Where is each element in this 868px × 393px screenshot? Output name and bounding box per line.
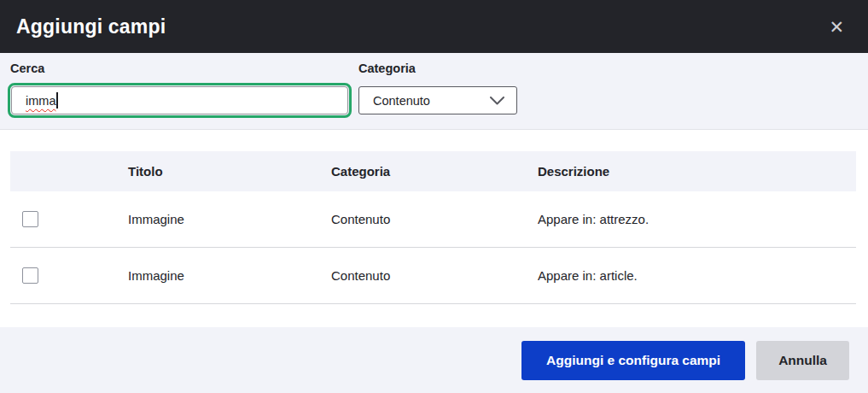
- row-checkbox[interactable]: [22, 211, 38, 227]
- cell-category: Contenuto: [331, 212, 538, 226]
- add-fields-dialog: Aggiungi campi ✕ Cerca imma Categoria Co…: [0, 0, 868, 304]
- search-field-group: Cerca imma: [10, 62, 347, 114]
- search-input-value: imma: [26, 94, 55, 108]
- table-header-row: Titolo Categoria Descrizione: [10, 151, 856, 191]
- row-checkbox[interactable]: [22, 267, 38, 284]
- cancel-button[interactable]: Annulla: [756, 341, 849, 380]
- header-category: Categoria: [331, 164, 538, 179]
- cell-category: Contenuto: [331, 268, 538, 283]
- text-caret: [56, 92, 58, 109]
- chevron-down-icon: [490, 97, 504, 105]
- checkbox-cell: [10, 211, 128, 227]
- header-title: Titolo: [128, 164, 331, 179]
- category-select[interactable]: Contenuto: [358, 86, 517, 114]
- category-selected-value: Contenuto: [373, 94, 430, 108]
- cell-title: Immagine: [128, 268, 331, 283]
- category-field-group: Categoria Contenuto: [358, 62, 517, 114]
- fields-table: Titolo Categoria Descrizione Immagine Co…: [10, 151, 856, 304]
- close-icon[interactable]: ✕: [824, 15, 849, 39]
- dialog-title: Aggiungi campi: [16, 15, 166, 38]
- table-row: Immagine Contenuto Appare in: article.: [10, 248, 856, 304]
- cell-description: Appare in: attrezzo.: [538, 212, 856, 226]
- cell-description: Appare in: article.: [538, 268, 856, 283]
- table-row: Immagine Contenuto Appare in: attrezzo.: [10, 191, 856, 248]
- search-input[interactable]: imma: [11, 86, 348, 114]
- dialog-footer: Aggiungi e configura campi Annulla: [0, 327, 868, 393]
- cell-title: Immagine: [128, 212, 331, 226]
- category-label: Categoria: [358, 62, 517, 75]
- search-label: Cerca: [10, 62, 347, 75]
- filter-bar: Cerca imma Categoria Contenuto: [0, 53, 868, 130]
- add-and-configure-fields-button[interactable]: Aggiungi e configura campi: [521, 341, 745, 380]
- checkbox-cell: [10, 267, 128, 284]
- header-description: Descrizione: [538, 164, 856, 179]
- dialog-header: Aggiungi campi ✕: [0, 0, 868, 53]
